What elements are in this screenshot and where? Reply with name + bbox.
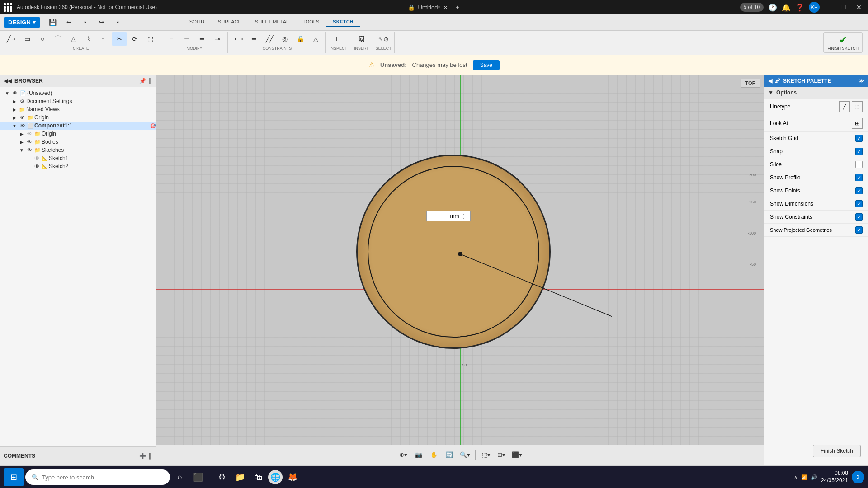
finish-sketch-button[interactable]: Finish Sketch bbox=[813, 445, 861, 457]
insert-image-tool[interactable]: 🖼 bbox=[354, 32, 368, 46]
show-dimensions-row[interactable]: Show Dimensions ✓ bbox=[764, 197, 868, 211]
sketch-grid-checkbox[interactable]: ✓ bbox=[855, 135, 863, 142]
show-profile-row[interactable]: Show Profile ✓ bbox=[764, 171, 868, 184]
comments-add-icon[interactable]: ➕ bbox=[139, 453, 146, 459]
show-constraints-checkbox[interactable]: ✓ bbox=[855, 213, 863, 221]
search-bar[interactable]: 🔍 bbox=[25, 469, 170, 485]
look-at-row[interactable]: Look At ⊞ bbox=[764, 115, 868, 132]
collinear-tool[interactable]: ╱╱ bbox=[262, 32, 277, 46]
notification-badge[interactable]: 3 bbox=[852, 471, 864, 483]
design-button[interactable]: DESIGN ▾ bbox=[4, 17, 40, 28]
search-input[interactable] bbox=[42, 474, 164, 481]
dimension-more-icon[interactable]: ⋮ bbox=[461, 213, 467, 219]
undo-dropdown[interactable]: ▾ bbox=[78, 15, 93, 29]
history-icon[interactable]: 🕐 bbox=[768, 3, 777, 12]
show-points-checkbox[interactable]: ✓ bbox=[855, 187, 863, 194]
select-cursor-tool[interactable]: ↖⊙ bbox=[376, 32, 391, 46]
widgets-icon[interactable]: ⬛ bbox=[190, 469, 206, 485]
save-quick-btn[interactable]: 💾 bbox=[46, 15, 60, 29]
show-projected-row[interactable]: Show Projected Geometries ✓ bbox=[764, 224, 868, 237]
new-tab[interactable]: ＋ bbox=[454, 3, 460, 11]
finish-sketch-ribbon-btn[interactable]: ✔ FINISH SKETCH bbox=[823, 32, 863, 53]
browser-more-icon[interactable]: ║ bbox=[148, 78, 152, 84]
snap-checkbox[interactable]: ✓ bbox=[855, 148, 863, 155]
file-explorer-icon[interactable]: 📁 bbox=[232, 469, 248, 485]
tab-tools[interactable]: TOOLS bbox=[296, 17, 326, 27]
tree-item-named-views[interactable]: ▶ 📁 Named Views bbox=[0, 105, 156, 113]
display-mode-btn[interactable]: ⬚▾ bbox=[479, 448, 493, 462]
close-btn[interactable]: ✕ bbox=[854, 3, 864, 12]
browser-pin-icon[interactable]: 📌 bbox=[139, 78, 146, 84]
measure-tool[interactable]: ⊢ bbox=[331, 32, 346, 46]
tree-item-component1[interactable]: ▼ 👁 ⬜ Component1:1 🎯 bbox=[0, 122, 156, 130]
coincident-tool[interactable]: ═ bbox=[247, 32, 261, 46]
viewport[interactable]: 174 mm ⋮ -200 -150 -100 -50 50 TOP ⊕▾ 📷 … bbox=[156, 75, 764, 465]
tree-item-unsaved[interactable]: ▼ 👁 📄 (Unsaved) bbox=[0, 89, 156, 97]
polygon-tool[interactable]: △ bbox=[66, 32, 80, 46]
clock[interactable]: 08:08 24/05/2021 bbox=[821, 470, 848, 484]
maximize-btn[interactable]: ☐ bbox=[838, 3, 849, 12]
tree-item-origin-nested[interactable]: ▶ 👁 📁 Origin bbox=[0, 130, 156, 138]
dim-tool[interactable]: ⟷ bbox=[231, 32, 246, 46]
dimension-input[interactable]: 174 mm ⋮ bbox=[426, 211, 471, 221]
zoom-btn[interactable]: 🔍▾ bbox=[458, 448, 472, 462]
show-constraints-row[interactable]: Show Constraints ✓ bbox=[764, 211, 868, 224]
offset-tool[interactable]: ⟳ bbox=[127, 32, 142, 46]
trim-tool[interactable]: ✂ bbox=[112, 32, 127, 46]
show-points-row[interactable]: Show Points ✓ bbox=[764, 184, 868, 197]
dimension-value-input[interactable]: 174 bbox=[430, 213, 448, 219]
tree-item-sketches[interactable]: ▼ 👁 📁 Sketches bbox=[0, 146, 156, 154]
capture-btn[interactable]: 📷 bbox=[412, 448, 425, 462]
up-arrow-icon[interactable]: ∧ bbox=[794, 474, 797, 480]
slice-checkbox[interactable] bbox=[855, 161, 863, 168]
redo-dropdown[interactable]: ▾ bbox=[111, 15, 125, 29]
break-tool[interactable]: ⊸ bbox=[210, 32, 225, 46]
save-button[interactable]: Save bbox=[473, 60, 500, 70]
tree-item-doc-settings[interactable]: ▶ ⚙ Document Settings bbox=[0, 97, 156, 105]
linetype-icon2[interactable]: ⬚ bbox=[852, 101, 863, 112]
linetype-icon1[interactable]: ╱ bbox=[839, 101, 850, 112]
firefox-icon[interactable]: 🦊 bbox=[284, 469, 301, 485]
lock-constraint-tool[interactable]: 🔒 bbox=[293, 32, 307, 46]
sketch-grid-row[interactable]: Sketch Grid ✓ bbox=[764, 132, 868, 145]
show-profile-checkbox[interactable]: ✓ bbox=[855, 174, 863, 181]
minimize-btn[interactable]: – bbox=[824, 3, 833, 12]
chrome-icon[interactable]: 🌐 bbox=[268, 470, 283, 484]
pan-btn[interactable]: ✋ bbox=[427, 448, 441, 462]
tree-item-origin-top[interactable]: ▶ 👁 📁 Origin bbox=[0, 113, 156, 122]
fillet-tool[interactable]: ⌐ bbox=[164, 32, 179, 46]
line-tool[interactable]: ╱→ bbox=[5, 32, 19, 46]
tree-item-sketch2[interactable]: 👁 📐 Sketch2 bbox=[0, 162, 156, 170]
orbit-btn[interactable]: 🔄 bbox=[443, 448, 456, 462]
grid-btn[interactable]: ⊞▾ bbox=[495, 448, 508, 462]
circle-tool[interactable]: ○ bbox=[35, 32, 50, 46]
tab-close[interactable]: ✕ bbox=[443, 4, 448, 11]
show-projected-checkbox[interactable]: ✓ bbox=[855, 226, 863, 234]
tree-item-bodies[interactable]: ▶ 👁 📁 Bodies bbox=[0, 138, 156, 146]
concentric-tool[interactable]: ◎ bbox=[278, 32, 292, 46]
look-at-icon[interactable]: ⊞ bbox=[852, 118, 863, 129]
palette-expand-icon[interactable]: ≫ bbox=[859, 78, 864, 84]
snap-row[interactable]: Snap ✓ bbox=[764, 145, 868, 158]
start-button[interactable]: ⊞ bbox=[4, 468, 24, 486]
arc-tool[interactable]: ⌒ bbox=[51, 32, 65, 46]
mirror-tool[interactable]: ⬚ bbox=[143, 32, 157, 46]
origin-tool[interactable]: ⊕▾ bbox=[396, 448, 410, 462]
task-view-icon[interactable]: ○ bbox=[172, 469, 188, 485]
tree-item-sketch1[interactable]: 👁 📐 Sketch1 bbox=[0, 154, 156, 162]
apps-icon[interactable] bbox=[4, 3, 12, 12]
help-icon[interactable]: ❓ bbox=[795, 3, 804, 12]
bell-icon[interactable]: 🔔 bbox=[782, 3, 791, 12]
user-avatar[interactable]: KH bbox=[809, 2, 820, 13]
extend-tool[interactable]: ═ bbox=[195, 32, 209, 46]
trim-modify-tool[interactable]: ⊣ bbox=[179, 32, 194, 46]
browser-collapse-icon[interactable]: ◀◀ bbox=[4, 78, 12, 84]
tab-sketch[interactable]: SKETCH bbox=[326, 17, 359, 27]
undo-btn[interactable]: ↩ bbox=[62, 15, 76, 29]
spline-tool[interactable]: ⌇ bbox=[81, 32, 96, 46]
settings-icon[interactable]: ⚙ bbox=[214, 469, 230, 485]
nav-cube[interactable]: TOP bbox=[741, 79, 760, 88]
redo-btn[interactable]: ↪ bbox=[94, 15, 109, 29]
tab-solid[interactable]: SOLID bbox=[183, 17, 211, 27]
midpoint-tool[interactable]: △ bbox=[308, 32, 323, 46]
